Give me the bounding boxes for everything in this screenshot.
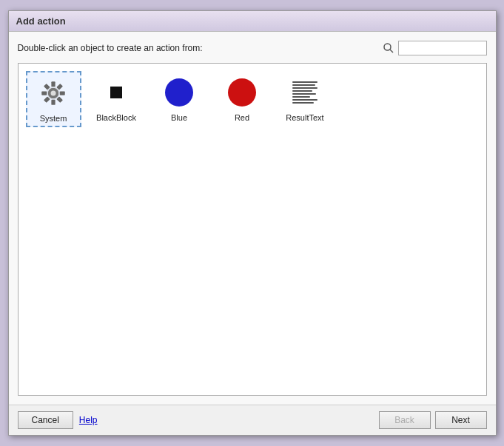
search-icon: [382, 41, 395, 55]
object-item-blackblock[interactable]: BlackBlock: [89, 71, 144, 126]
dialog-body: Double-click an object to create an acti…: [9, 32, 496, 405]
black-block-shape: [110, 87, 122, 98]
object-label-red: Red: [235, 113, 249, 122]
object-item-red[interactable]: Red: [215, 71, 270, 126]
blue-icon: [161, 75, 197, 110]
instruction-text: Double-click an object to create an acti…: [18, 43, 203, 53]
resulttext-lines: [289, 77, 320, 108]
dialog-footer: Cancel Help Back Next: [9, 405, 496, 435]
svg-rect-10: [41, 91, 47, 95]
object-item-blue[interactable]: Blue: [152, 71, 207, 126]
svg-rect-6: [60, 91, 65, 95]
resulttext-icon: [287, 75, 323, 110]
search-input[interactable]: [398, 41, 487, 55]
help-link[interactable]: Help: [79, 415, 98, 425]
cancel-button[interactable]: Cancel: [18, 411, 73, 429]
system-icon: [36, 75, 71, 111]
instruction-row: Double-click an object to create an acti…: [18, 41, 487, 55]
svg-point-14: [51, 91, 56, 96]
dialog-title: Add action: [16, 16, 66, 27]
next-button[interactable]: Next: [435, 411, 487, 429]
search-row: [382, 41, 487, 55]
red-icon: [224, 75, 260, 110]
svg-point-0: [384, 44, 391, 50]
object-item-resulttext[interactable]: ResultText: [278, 71, 333, 126]
objects-area: System BlackBlock Blue: [18, 63, 487, 396]
object-item-system[interactable]: System: [26, 71, 81, 127]
dialog-titlebar: Add action: [9, 11, 496, 32]
footer-right: Back Next: [379, 411, 487, 429]
blue-circle-shape: [165, 78, 193, 107]
object-label-blackblock: BlackBlock: [96, 113, 136, 122]
back-button[interactable]: Back: [379, 411, 431, 429]
red-circle-shape: [228, 78, 256, 107]
svg-line-1: [390, 50, 393, 53]
object-label-system: System: [40, 114, 67, 123]
blackblock-icon: [98, 75, 134, 110]
footer-left: Cancel Help: [18, 411, 98, 429]
svg-rect-8: [51, 100, 55, 105]
object-label-resulttext: ResultText: [286, 113, 323, 122]
svg-rect-4: [51, 81, 55, 87]
object-label-blue: Blue: [171, 113, 187, 122]
add-action-dialog: Add action Double-click an object to cre…: [8, 10, 497, 436]
